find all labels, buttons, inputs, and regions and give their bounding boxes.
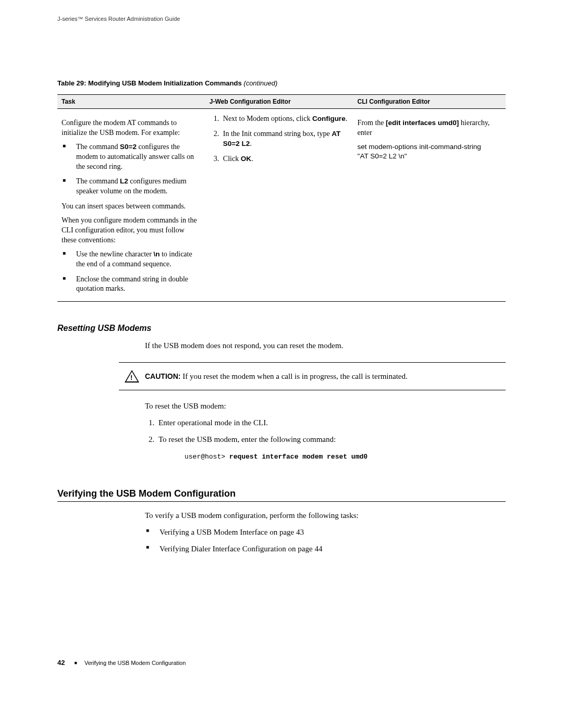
text: Next to Modem options, click	[223, 115, 312, 122]
ui-label: OK	[241, 155, 251, 163]
th-jweb: J-Web Configuration Editor	[205, 95, 353, 109]
prompt: user@host>	[185, 453, 229, 461]
inline-command: L2	[120, 177, 128, 185]
table-caption-text: Table 29: Modifying USB Modem Initializa…	[57, 79, 242, 87]
footer-crumb: Verifying the USB Modem Configuration	[84, 660, 186, 666]
inline-command: \n	[153, 250, 160, 258]
command: request interface modem reset umd0	[229, 453, 368, 461]
running-header: J-series™ Services Router Administration…	[57, 16, 506, 22]
inline-command: [edit interfaces umd0]	[386, 119, 459, 127]
text: If you reset the modem when a call is in…	[180, 372, 407, 380]
table-row: Configure the modem AT commands to initi…	[57, 109, 506, 302]
text: Use the newline character	[76, 250, 153, 258]
divider	[57, 501, 506, 502]
list-item: Verifying a USB Modem Interface on page …	[145, 527, 506, 538]
reset-intro: If the USB modem does not respond, you c…	[145, 340, 506, 352]
caution-label: CAUTION:	[145, 372, 180, 380]
list-item: The command S0=2 configures the modem to…	[62, 142, 201, 172]
text: Click	[223, 155, 241, 163]
list-item: In the Init command string box, type AT …	[221, 129, 349, 149]
list-item: Click OK.	[221, 154, 349, 164]
task-spaces-note: You can insert spaces between commands.	[62, 202, 201, 212]
th-cli: CLI Configuration Editor	[353, 95, 506, 109]
text: In the Init command string box, type	[223, 130, 332, 138]
ui-label: Configure	[312, 115, 346, 122]
page-footer: 42 ■ Verifying the USB Modem Configurati…	[57, 659, 506, 667]
list-item: To reset the USB modem, enter the follow…	[156, 434, 506, 463]
caution-text: CAUTION: If you reset the modem when a c…	[145, 372, 506, 381]
text: "AT S0=2 L2 \n"	[358, 152, 407, 160]
caution-icon: !	[119, 370, 145, 382]
list-item: Verifying Dialer Interface Configuration…	[145, 544, 506, 555]
heading-verifying: Verifying the USB Modem Configuration	[57, 488, 506, 499]
table-caption-continued: (continued)	[242, 79, 278, 87]
heading-resetting: Resetting USB Modems	[57, 324, 506, 333]
cell-cli: From the [edit interfaces umd0] hierarch…	[353, 109, 506, 302]
text: The command	[76, 143, 120, 151]
text: To reset the USB modem, enter the follow…	[158, 435, 336, 443]
text: set modem-options init-command-string	[358, 143, 481, 151]
reset-lead: To reset the USB modem:	[145, 401, 506, 412]
th-task: Task	[57, 95, 205, 109]
cli-code: user@host> request interface modem reset…	[185, 452, 506, 462]
inline-command: S0=2	[120, 143, 137, 151]
table-caption: Table 29: Modifying USB Modem Initializa…	[57, 79, 506, 87]
cli-hierarchy: From the [edit interfaces umd0] hierarch…	[358, 118, 501, 138]
list-item: Use the newline character \n to indicate…	[62, 250, 201, 269]
task-conventions-lead: When you configure modem commands in the…	[62, 216, 201, 245]
cli-command: set modem-options init-command-string "A…	[358, 142, 501, 161]
text: The command	[76, 177, 120, 185]
caution-admonition: ! CAUTION: If you reset the modem when a…	[119, 362, 506, 390]
divider	[119, 390, 506, 390]
task-intro: Configure the modem AT commands to initi…	[62, 118, 201, 138]
text: From the	[358, 119, 386, 127]
square-icon: ■	[74, 660, 77, 665]
list-item: Enclose the command string in double quo…	[62, 275, 201, 294]
verify-intro: To verify a USB modem configuration, per…	[145, 510, 506, 522]
cell-jweb: Next to Modem options, click Configure. …	[205, 109, 353, 302]
list-item: Enter operational mode in the CLI.	[156, 417, 506, 429]
modem-commands-table: Task J-Web Configuration Editor CLI Conf…	[57, 94, 506, 302]
page-number: 42	[57, 659, 65, 667]
list-item: The command L2 configures medium speaker…	[62, 177, 201, 196]
list-item: Next to Modem options, click Configure.	[221, 114, 349, 124]
cell-task: Configure the modem AT commands to initi…	[57, 109, 205, 302]
